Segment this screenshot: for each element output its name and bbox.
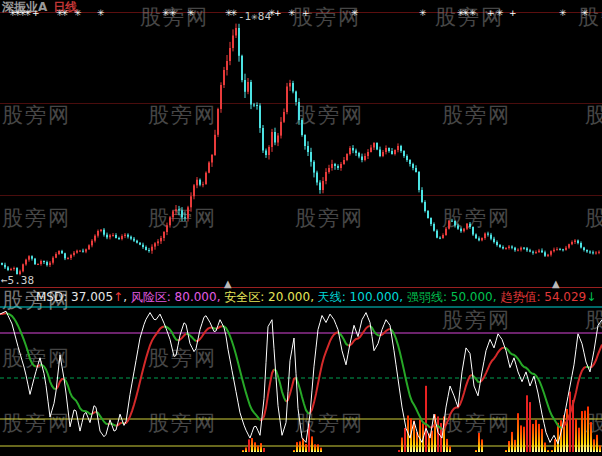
signal-star-icon: ✳ xyxy=(74,9,82,18)
msd-indicator-chart[interactable] xyxy=(0,300,602,456)
signal-star-icon: ✳ xyxy=(419,9,427,18)
indicator-parameter-row[interactable]: MSD: 37.005↑, 风险区: 80.000, 安全区: 20.000, … xyxy=(36,289,596,306)
stock-chart-window: 深振业A日线 股旁网股旁网股旁网股旁网股旁网股旁网股旁网股旁网股旁网股旁网股旁网… xyxy=(0,0,602,456)
signal-star-icon: ✳ xyxy=(169,9,177,18)
indicator-param-2: 安全区: 20.000 xyxy=(224,290,310,304)
indicator-param-4: 强弱线: 50.000 xyxy=(407,290,493,304)
signal-star-icon: + xyxy=(32,9,40,18)
trend-arrow-icon: ↓ xyxy=(586,290,596,304)
pane-divider-line xyxy=(0,287,602,288)
signal-star-icon: ✳ xyxy=(559,9,567,18)
signal-star-icon: + xyxy=(302,9,310,18)
signal-star-icon: ✳ xyxy=(469,9,477,18)
indicator-param-1: 风险区: 80.000 xyxy=(131,290,217,304)
signal-star-icon: + xyxy=(274,9,282,18)
triangle-up-icon: ▲ xyxy=(224,279,232,289)
signal-star-icon: ✳ xyxy=(61,9,69,18)
signal-star-icon: ✳ xyxy=(230,9,238,18)
price-value-label: ←5.38 xyxy=(1,274,34,287)
signal-star-icon: + xyxy=(509,9,517,18)
indicator-param-0: MSD: 37.005 xyxy=(36,290,113,304)
indicator-param-5: 趋势值: 54.029 xyxy=(500,290,586,304)
price-candlestick-chart[interactable] xyxy=(0,14,602,286)
signal-star-icon: + xyxy=(487,9,495,18)
signal-star-icon: ✳ xyxy=(97,9,105,18)
signal-star-icon: ✳ xyxy=(351,9,359,18)
signal-star-icon: ✳ xyxy=(496,9,504,18)
trend-arrow-icon: ↑ xyxy=(113,290,123,304)
signal-star-icon: ✳ xyxy=(24,9,32,18)
signal-star-icon: ✳ xyxy=(187,9,195,18)
triangle-up-icon: ▲ xyxy=(552,279,560,289)
signal-star-icon: ✳ xyxy=(288,9,296,18)
peak-value-label: -1✳84 xyxy=(238,10,271,23)
signal-star-icon: ✳ xyxy=(581,9,589,18)
indicator-param-3: 天线: 100.000 xyxy=(318,290,399,304)
